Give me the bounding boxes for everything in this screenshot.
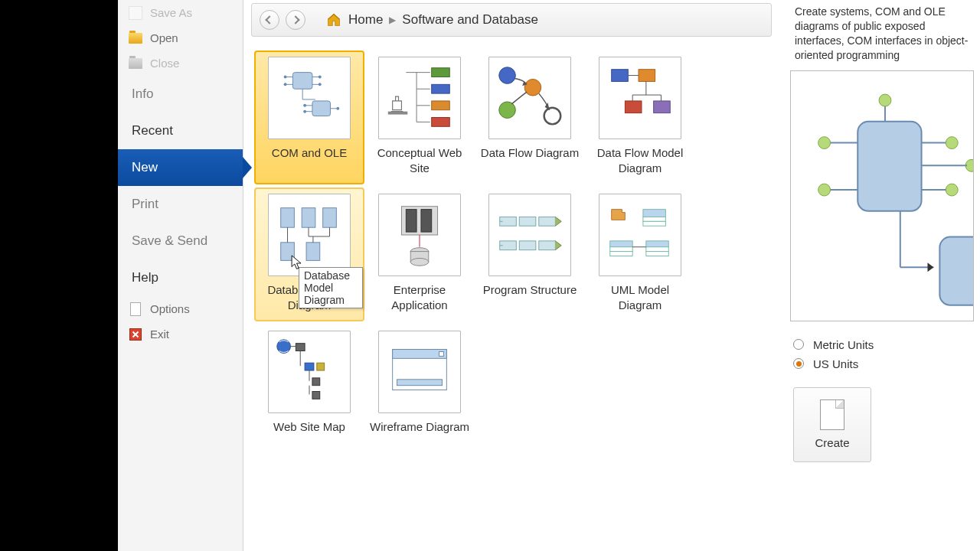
template-enterprise-application[interactable]: Enterprise Application — [364, 187, 475, 321]
template-thumb — [488, 194, 571, 276]
folder-open-icon — [129, 32, 142, 44]
template-web-site-map[interactable]: Web Site Map — [254, 324, 364, 444]
template-thumb — [488, 57, 571, 139]
info-item[interactable]: Info — [118, 76, 243, 112]
template-label: Conceptual Web Site — [369, 145, 470, 175]
svg-rect-71 — [643, 221, 665, 226]
new-item[interactable]: New — [118, 149, 243, 186]
svg-rect-76 — [646, 247, 668, 252]
svg-rect-46 — [281, 243, 295, 261]
create-button[interactable]: Create — [793, 387, 871, 462]
svg-rect-72 — [610, 241, 632, 247]
preview-thumbnail — [790, 70, 974, 321]
breadcrumb-category[interactable]: Software and Database — [402, 12, 538, 28]
svg-marker-108 — [928, 262, 934, 272]
svg-point-98 — [818, 184, 831, 196]
home-icon[interactable] — [325, 12, 342, 28]
preview-panel: Create systems, COM and OLE diagrams of … — [790, 0, 980, 551]
svg-rect-86 — [312, 378, 320, 386]
options-icon — [129, 303, 142, 315]
radio-icon — [793, 358, 804, 369]
template-uml-model-diagram[interactable]: UML Model Diagram — [585, 187, 695, 321]
svg-rect-69 — [643, 210, 665, 217]
print-label: Print — [132, 197, 158, 212]
nav-back-button[interactable] — [260, 10, 279, 30]
backstage-sidebar: Save As Open Close Info Recent New Print… — [118, 0, 243, 551]
open-item[interactable]: Open — [118, 25, 243, 51]
svg-rect-66 — [539, 241, 556, 250]
folder-close-icon — [129, 57, 142, 70]
template-database-model-diagram[interactable]: Database Model Diagram Database Model Di… — [254, 187, 364, 321]
radio-label: US Units — [813, 357, 858, 370]
svg-rect-65 — [519, 241, 536, 250]
svg-point-30 — [499, 102, 516, 119]
svg-rect-73 — [610, 247, 632, 252]
template-program-structure[interactable]: Program Structure — [475, 187, 585, 321]
svg-point-2 — [284, 76, 287, 79]
open-label: Open — [150, 31, 178, 44]
template-label: Data Flow Diagram — [481, 145, 579, 161]
svg-point-93 — [879, 94, 891, 106]
arrow-left-icon — [265, 15, 273, 24]
template-label: UML Model Diagram — [590, 282, 691, 312]
nav-forward-button[interactable] — [286, 10, 305, 30]
svg-rect-84 — [317, 363, 325, 370]
create-label: Create — [815, 436, 849, 449]
svg-point-60 — [410, 258, 429, 266]
template-label: Enterprise Application — [369, 282, 470, 312]
template-label: Wireframe Diagram — [370, 419, 469, 435]
svg-rect-44 — [302, 208, 315, 228]
options-item[interactable]: Options — [118, 296, 243, 321]
svg-rect-27 — [432, 118, 450, 127]
template-thumb — [378, 57, 461, 139]
svg-rect-75 — [646, 241, 668, 247]
svg-rect-0 — [292, 73, 312, 90]
svg-rect-88 — [312, 392, 320, 399]
template-grid: COM and OLE Conceptual Web Site — [243, 40, 790, 455]
svg-point-17 — [336, 107, 339, 110]
radio-label: Metric Units — [813, 338, 874, 351]
radio-us-units[interactable]: US Units — [793, 354, 977, 373]
template-thumb — [268, 331, 351, 413]
svg-rect-91 — [439, 352, 444, 357]
breadcrumb-separator-icon: ▶ — [389, 15, 396, 25]
breadcrumb: Home ▶ Software and Database — [251, 3, 772, 37]
svg-rect-63 — [539, 217, 556, 226]
help-label: Help — [132, 270, 158, 285]
template-conceptual-web-site[interactable]: Conceptual Web Site — [364, 51, 475, 184]
radio-icon — [793, 339, 804, 350]
svg-point-100 — [946, 136, 958, 148]
svg-rect-83 — [305, 363, 314, 370]
svg-point-31 — [544, 108, 561, 125]
template-com-and-ole[interactable]: COM and OLE — [254, 51, 364, 184]
template-data-flow-diagram[interactable]: Data Flow Diagram — [475, 51, 585, 184]
new-label: New — [132, 160, 158, 175]
save-send-item[interactable]: Save & Send — [118, 223, 243, 259]
svg-rect-26 — [432, 101, 450, 110]
svg-point-6 — [318, 76, 322, 79]
help-item[interactable]: Help — [118, 259, 243, 296]
svg-rect-80 — [296, 344, 305, 351]
save-as-item: Save As — [118, 0, 243, 25]
svg-rect-35 — [639, 70, 655, 82]
template-label: COM and OLE — [272, 145, 347, 161]
template-thumb — [599, 194, 681, 276]
recent-label: Recent — [132, 123, 173, 139]
breadcrumb-home[interactable]: Home — [348, 12, 383, 28]
svg-rect-74 — [610, 252, 632, 256]
svg-rect-70 — [643, 217, 665, 221]
template-label: Web Site Map — [273, 419, 345, 435]
recent-item[interactable]: Recent — [118, 112, 243, 149]
exit-item[interactable]: Exit — [118, 321, 243, 347]
template-wireframe-diagram[interactable]: Wireframe Diagram — [364, 324, 475, 444]
template-data-flow-model-diagram[interactable]: Data Flow Model Diagram — [585, 51, 695, 184]
svg-rect-77 — [646, 252, 668, 256]
svg-rect-92 — [397, 380, 443, 386]
radio-metric-units[interactable]: Metric Units — [793, 335, 977, 354]
svg-point-96 — [818, 136, 831, 148]
print-item[interactable]: Print — [118, 186, 243, 223]
exit-icon — [129, 328, 142, 341]
page-icon — [820, 399, 844, 430]
save-as-icon — [129, 7, 142, 19]
arrow-right-icon — [291, 15, 299, 24]
